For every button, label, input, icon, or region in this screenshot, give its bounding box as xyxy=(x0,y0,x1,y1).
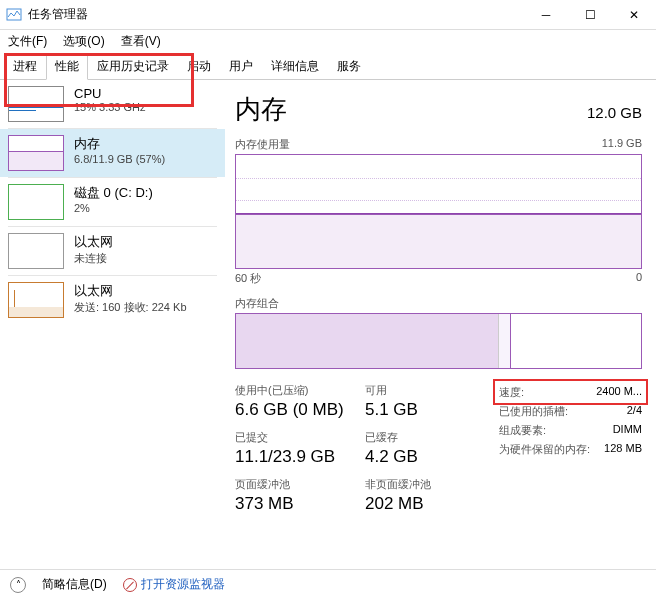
sidebar: CPU 15% 3.33 GHz 内存 6.8/11.9 GB (57%) 磁盘… xyxy=(0,80,225,597)
menu-options[interactable]: 选项(O) xyxy=(59,31,108,52)
spec-slots: 2/4 xyxy=(627,404,642,419)
ethernet-thumb-icon xyxy=(8,233,64,269)
stat-in-use: 6.6 GB (0 MB) xyxy=(235,400,365,420)
stat-available: 5.1 GB xyxy=(365,400,495,420)
ethernet-thumb-icon xyxy=(8,282,64,318)
stat-label: 页面缓冲池 xyxy=(235,477,365,492)
sidebar-item-label: 以太网 xyxy=(74,282,187,300)
sidebar-item-memory[interactable]: 内存 6.8/11.9 GB (57%) xyxy=(0,129,225,177)
minimize-button[interactable]: ─ xyxy=(524,0,568,30)
sidebar-item-ethernet-2[interactable]: 以太网 发送: 160 接收: 224 Kb xyxy=(0,276,225,324)
footer: ˄ 简略信息(D) 打开资源监视器 xyxy=(0,569,656,599)
sidebar-item-ethernet-1[interactable]: 以太网 未连接 xyxy=(0,227,225,275)
close-button[interactable]: ✕ xyxy=(612,0,656,30)
spec-label: 已使用的插槽: xyxy=(499,404,568,419)
xaxis-left: 60 秒 xyxy=(235,271,261,286)
resmon-icon xyxy=(123,578,137,592)
memory-thumb-icon xyxy=(8,135,64,171)
menu-file[interactable]: 文件(F) xyxy=(4,31,51,52)
titlebar: 任务管理器 ─ ☐ ✕ xyxy=(0,0,656,30)
highlight-annotation xyxy=(4,80,194,107)
chevron-up-icon[interactable]: ˄ xyxy=(10,577,26,593)
composition-label: 内存组合 xyxy=(235,296,642,311)
sidebar-item-disk[interactable]: 磁盘 0 (C: D:) 2% xyxy=(0,178,225,226)
spec-form-factor: DIMM xyxy=(613,423,642,438)
disk-thumb-icon xyxy=(8,184,64,220)
performance-memory-panel: 内存 12.0 GB 内存使用量 11.9 GB 60 秒 0 内存组合 使用中… xyxy=(225,80,656,597)
open-resmon-link[interactable]: 打开资源监视器 xyxy=(123,576,225,593)
stat-label: 已缓存 xyxy=(365,430,495,445)
window-title: 任务管理器 xyxy=(28,6,524,23)
stat-committed: 11.1/23.9 GB xyxy=(235,447,365,467)
menu-view[interactable]: 查看(V) xyxy=(117,31,165,52)
stat-label: 可用 xyxy=(365,383,495,398)
highlight-annotation xyxy=(493,379,648,405)
spec-label: 组成要素: xyxy=(499,423,546,438)
sidebar-item-sublabel: 6.8/11.9 GB (57%) xyxy=(74,153,165,165)
chart-label: 内存使用量 xyxy=(235,137,290,152)
maximize-button[interactable]: ☐ xyxy=(568,0,612,30)
fewer-details-link[interactable]: 简略信息(D) xyxy=(42,576,107,593)
sidebar-item-sublabel: 2% xyxy=(74,202,153,214)
memory-usage-chart[interactable] xyxy=(235,154,642,269)
sidebar-item-sublabel: 发送: 160 接收: 224 Kb xyxy=(74,300,187,315)
taskmgr-icon xyxy=(6,7,22,23)
tab-services[interactable]: 服务 xyxy=(328,53,370,80)
sidebar-item-label: 以太网 xyxy=(74,233,113,251)
page-title: 内存 xyxy=(235,92,287,127)
stat-nonpaged-pool: 202 MB xyxy=(365,494,495,514)
sidebar-item-sublabel: 未连接 xyxy=(74,251,113,266)
stat-cached: 4.2 GB xyxy=(365,447,495,467)
svg-rect-0 xyxy=(7,9,21,20)
sidebar-item-label: 内存 xyxy=(74,135,165,153)
chart-max: 11.9 GB xyxy=(602,137,642,152)
stat-label: 非页面缓冲池 xyxy=(365,477,495,492)
spec-hw-reserved: 128 MB xyxy=(604,442,642,457)
menubar: 文件(F) 选项(O) 查看(V) xyxy=(0,30,656,52)
tab-details[interactable]: 详细信息 xyxy=(262,53,328,80)
memory-composition-chart[interactable] xyxy=(235,313,642,369)
xaxis-right: 0 xyxy=(636,271,642,286)
tab-users[interactable]: 用户 xyxy=(220,53,262,80)
stat-label: 使用中(已压缩) xyxy=(235,383,365,398)
stat-paged-pool: 373 MB xyxy=(235,494,365,514)
sidebar-item-label: 磁盘 0 (C: D:) xyxy=(74,184,153,202)
memory-capacity: 12.0 GB xyxy=(587,104,642,121)
stat-label: 已提交 xyxy=(235,430,365,445)
spec-label: 为硬件保留的内存: xyxy=(499,442,590,457)
